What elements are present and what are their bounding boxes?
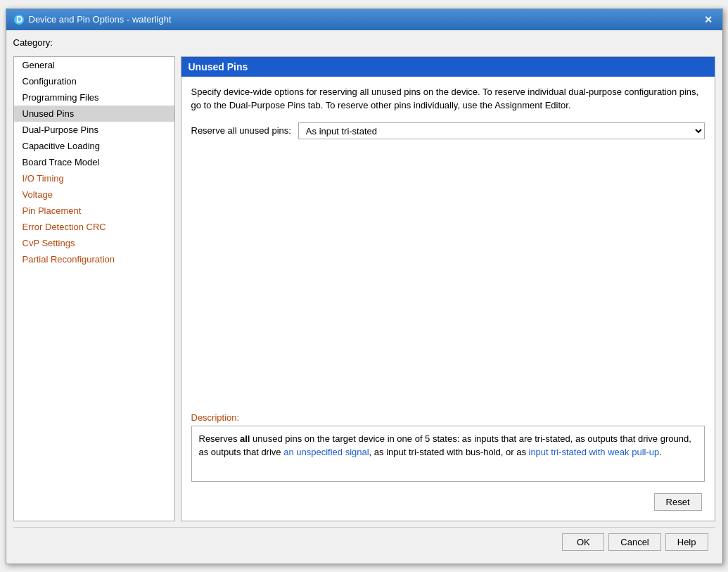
reset-row: Reset: [191, 489, 705, 512]
sidebar-item-io-timing[interactable]: I/O Timing: [14, 170, 174, 186]
sidebar-item-pin-placement[interactable]: Pin Placement: [14, 203, 174, 219]
sidebar-item-voltage[interactable]: Voltage: [14, 186, 174, 203]
dialog-body: Category: GeneralConfigurationProgrammin…: [6, 30, 722, 564]
main-content: GeneralConfigurationProgramming FilesUnu…: [13, 56, 715, 521]
right-panel: Unused Pins Specify device-wide options …: [181, 56, 715, 521]
panel-body: Specify device-wide options for reservin…: [181, 77, 715, 521]
panel-header: Unused Pins: [181, 57, 715, 77]
sidebar-item-general[interactable]: General: [14, 57, 174, 73]
sidebar-item-board-trace-model[interactable]: Board Trace Model: [14, 154, 174, 170]
title-bar-left: D Device and Pin Options - waterlight: [13, 14, 172, 25]
sidebar-item-error-detection-crc[interactable]: Error Detection CRC: [14, 219, 174, 235]
title-bar: D Device and Pin Options - waterlight ✕: [6, 9, 722, 30]
panel-description: Specify device-wide options for reservin…: [191, 85, 705, 113]
bottom-bar: OK Cancel Help: [13, 527, 715, 557]
sidebar-item-dual-purpose-pins[interactable]: Dual-Purpose Pins: [14, 122, 174, 138]
description-section: Description: Reserves all unused pins on…: [191, 412, 705, 482]
cancel-button[interactable]: Cancel: [608, 533, 660, 551]
reserve-row: Reserve all unused pins: As input tri-st…: [191, 122, 705, 139]
sidebar-item-programming-files[interactable]: Programming Files: [14, 89, 174, 106]
window-title: Device and Pin Options - waterlight: [29, 14, 172, 25]
svg-text:D: D: [16, 14, 23, 25]
sidebar-item-configuration[interactable]: Configuration: [14, 73, 174, 89]
sidebar: GeneralConfigurationProgramming FilesUnu…: [13, 56, 175, 521]
app-icon: D: [13, 14, 25, 25]
sidebar-item-unused-pins[interactable]: Unused Pins: [14, 106, 174, 122]
ok-button[interactable]: OK: [562, 533, 604, 551]
reserve-select[interactable]: As input tri-statedAs output driving gro…: [298, 122, 705, 139]
spacer: [191, 146, 705, 402]
description-section-label: Description:: [191, 412, 705, 423]
close-button[interactable]: ✕: [701, 13, 715, 27]
sidebar-item-cvp-settings[interactable]: CvP Settings: [14, 235, 174, 251]
description-box: Reserves all unused pins on the target d…: [191, 426, 705, 482]
description-text-content: Reserves all unused pins on the target d…: [199, 433, 691, 458]
dialog-window: D Device and Pin Options - waterlight ✕ …: [6, 8, 723, 564]
help-button[interactable]: Help: [665, 533, 708, 551]
reset-button[interactable]: Reset: [654, 493, 702, 511]
reserve-label: Reserve all unused pins:: [191, 125, 291, 136]
sidebar-item-capacitive-loading[interactable]: Capacitive Loading: [14, 138, 174, 154]
sidebar-item-partial-reconfiguration[interactable]: Partial Reconfiguration: [14, 251, 174, 267]
category-label: Category:: [13, 37, 715, 48]
